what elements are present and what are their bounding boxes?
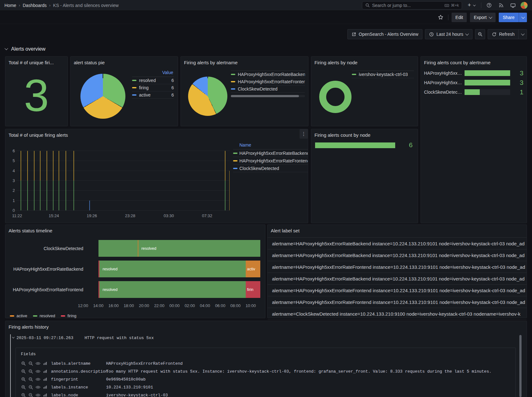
legend-item-resolved[interactable]: resolved <box>33 313 55 318</box>
donut-chart[interactable] <box>319 81 352 113</box>
panel-alert-label-set: Alert label set alertname=HAProxyHigh5xx… <box>267 224 527 318</box>
star-button[interactable] <box>436 13 445 22</box>
legend-item[interactable]: HAProxyHigh5xxErrorRateFrontend <box>231 78 305 85</box>
toggle-visibility-icon[interactable] <box>35 361 41 366</box>
log-entry[interactable]: 2025-03-11 09:27:16.263 HTTP request wit… <box>12 334 514 341</box>
log-line[interactable]: alertname=HAProxyHigh5xxErrorRateBackend… <box>268 273 527 285</box>
field-stats-icon[interactable] <box>43 369 48 374</box>
scrollbar-thumb[interactable] <box>519 335 522 397</box>
panel-title[interactable]: Firing alerts count by alertname <box>424 60 523 65</box>
x-tick: 04:00 <box>200 303 210 308</box>
state-segment-active-brief[interactable] <box>138 240 138 257</box>
field-stats-icon[interactable] <box>43 385 48 389</box>
help-button[interactable] <box>484 1 493 10</box>
timeseries-plot[interactable] <box>16 151 230 211</box>
panel-title[interactable]: Alert label set <box>271 228 523 233</box>
share-button[interactable]: Share <box>499 13 519 22</box>
panel-title[interactable]: Firing alerts history <box>9 324 523 330</box>
search-input[interactable]: Search or jump to... ⌘+k <box>362 1 462 9</box>
log-line[interactable]: alertname=ClockSkewDetected instance=10.… <box>268 308 527 320</box>
refresh-interval-button[interactable] <box>519 29 527 39</box>
toggle-visibility-icon[interactable] <box>35 369 41 374</box>
pie-chart[interactable] <box>80 74 125 119</box>
panel-menu-button[interactable]: ⋮ <box>300 129 308 139</box>
panel-title[interactable]: Firing alerts by alertname <box>184 60 305 65</box>
share-split-button: Share <box>499 13 527 22</box>
scrollbar-thumb[interactable] <box>231 95 299 97</box>
legend-item-active[interactable]: active <box>10 313 27 318</box>
pie-chart[interactable] <box>188 77 227 116</box>
breadcrumb-home[interactable]: Home <box>4 3 16 8</box>
filter-out-value-icon[interactable] <box>28 393 33 397</box>
filter-for-value-icon[interactable] <box>21 361 26 366</box>
section-alerts-overview[interactable]: Alerts overview <box>5 46 45 52</box>
log-line[interactable]: alertname=HAProxyHigh5xxErrorRateFronten… <box>268 261 527 273</box>
bar-gauge-row[interactable]: HAProxyHigh5xxE... 3 <box>424 70 523 76</box>
bar-fill[interactable] <box>315 142 395 148</box>
filter-out-value-icon[interactable] <box>28 377 33 382</box>
filter-out-value-icon[interactable] <box>28 385 33 390</box>
timeline-row[interactable]: resolved <box>98 240 260 257</box>
filter-for-value-icon[interactable] <box>21 369 26 374</box>
state-segment-resolved[interactable] <box>98 240 260 257</box>
edit-button[interactable]: Edit <box>452 13 467 22</box>
legend-value-header[interactable]: Value <box>132 70 174 77</box>
filter-out-value-icon[interactable] <box>28 361 33 366</box>
legend-item-firing[interactable]: firing <box>61 313 76 318</box>
filter-for-value-icon[interactable] <box>21 377 26 382</box>
legend-item-active[interactable]: active 6 <box>132 91 174 99</box>
toggle-visibility-icon[interactable] <box>35 393 41 397</box>
legend-scrollbar[interactable] <box>231 95 305 97</box>
field-stats-icon[interactable] <box>43 377 48 381</box>
panel-title[interactable]: Firing alerts by node <box>314 60 415 65</box>
legend-item[interactable]: HAProxyHigh5xxErrorRateBackend <box>231 71 305 78</box>
backend-series <box>21 181 225 211</box>
opensearch-link-button[interactable]: OpenSearch - Alerts Overview <box>347 29 422 39</box>
field-stats-icon[interactable] <box>43 361 48 366</box>
filter-out-value-icon[interactable] <box>28 369 33 374</box>
display-button[interactable] <box>509 1 517 10</box>
panel-title[interactable]: alert status pie <box>74 60 174 65</box>
section-title: Alerts overview <box>11 46 45 52</box>
toggle-visibility-icon[interactable] <box>35 377 41 382</box>
legend-name-header[interactable]: Name <box>233 142 308 149</box>
bar-gauge-row[interactable]: HAProxyHigh5xxE... 3 <box>424 80 523 85</box>
news-button[interactable] <box>497 1 505 10</box>
log-line[interactable]: alertname=HAProxyHigh5xxErrorRateBackend… <box>268 237 527 249</box>
state-segment-resolved[interactable]: resolved <box>99 261 246 277</box>
panel-title[interactable]: Total # of unique firing alerts <box>9 132 296 138</box>
legend-item[interactable]: ClockSkewDetected <box>233 165 308 172</box>
share-dropdown-button[interactable] <box>519 13 527 22</box>
toggle-visibility-icon[interactable] <box>35 385 41 390</box>
breadcrumb-dashboards[interactable]: Dashboards <box>23 3 47 8</box>
timeline-row[interactable]: resolved firin <box>98 281 260 298</box>
user-avatar[interactable] <box>521 2 528 9</box>
timeline-row[interactable]: resolved activ <box>98 261 260 277</box>
state-segment-active[interactable]: activ <box>246 261 260 277</box>
x-tick: 02:00 <box>185 303 195 308</box>
bar-gauge-row[interactable]: ClockSkewDetected 1 <box>424 89 523 95</box>
time-range-button[interactable]: Last 24 hours <box>425 29 472 39</box>
legend-item-resolved[interactable]: resolved 6 <box>132 77 174 84</box>
filter-for-value-icon[interactable] <box>21 393 26 397</box>
field-stats-icon[interactable] <box>43 393 48 397</box>
panel-title[interactable]: Alerts status timeline <box>9 228 262 233</box>
export-button[interactable]: Export <box>470 13 495 22</box>
legend-item-firing[interactable]: firing 6 <box>132 84 174 91</box>
bar-value: 1 <box>512 89 523 95</box>
panel-title[interactable]: Total # of unique firi... <box>9 60 64 65</box>
state-segment-resolved[interactable]: resolved <box>99 281 246 298</box>
refresh-button[interactable]: Refresh <box>488 29 519 39</box>
add-button[interactable]: + <box>465 1 478 10</box>
log-line[interactable]: alertname=HAProxyHigh5xxErrorRateBackend… <box>268 249 527 261</box>
legend-item[interactable]: HAProxyHigh5xxErrorRateBackend <box>233 149 308 157</box>
zoom-out-button[interactable] <box>475 29 485 39</box>
panel-title[interactable]: Firing alerts count by node <box>314 132 415 138</box>
log-line[interactable]: alertname=HAProxyHigh5xxErrorRateFronten… <box>268 285 527 296</box>
legend-item[interactable]: ivershov-keystack-ctrl-03 <box>352 71 414 78</box>
legend-item[interactable]: HAProxyHigh5xxErrorRateFrontend <box>233 157 308 165</box>
legend-item[interactable]: ClockSkewDetected <box>231 85 305 93</box>
filter-for-value-icon[interactable] <box>21 385 26 390</box>
state-segment-firing[interactable]: firin <box>246 281 260 298</box>
log-line[interactable]: alertname=HAProxyHigh5xxErrorRateFronten… <box>268 296 527 308</box>
